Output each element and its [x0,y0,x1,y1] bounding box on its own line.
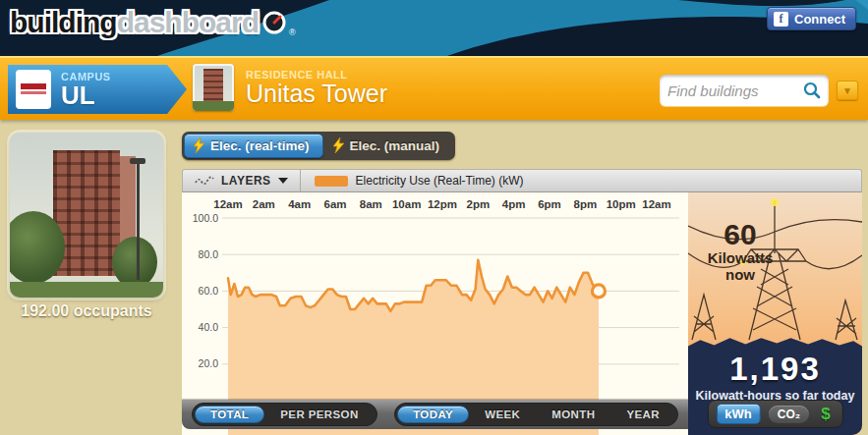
search-input[interactable] [667,82,803,99]
tab-elec-manual[interactable]: Elec. (manual) [323,134,454,158]
svg-text:2am: 2am [253,198,275,210]
connect-label: Connect [794,12,845,27]
svg-text:12am: 12am [642,198,670,210]
chart-legend: Electricity Use (Real-Time) (kW) [315,174,524,188]
facebook-icon: f [774,12,788,27]
building-photo [10,133,163,298]
search-dropdown-button[interactable]: ▼ [837,81,858,100]
period-segmented-control: TODAY WEEK MONTH YEAR [394,403,678,426]
svg-text:6pm: 6pm [538,198,561,210]
building-nav-bar: CAMPUS UL RESIDENCE HALL Unitas Tower ▼ [0,56,868,120]
week-button[interactable]: WEEK [469,406,536,423]
current-usage-panel: 60 Kilowatts now 1,193 Kilowatt-hours so… [688,192,862,435]
svg-text:4pm: 4pm [502,198,526,210]
layers-legend-bar: LAYERS Electricity Use (Real-Time) (kW) [182,169,862,192]
svg-text:6am: 6am [323,198,346,210]
layers-dropdown-button[interactable]: LAYERS [183,170,301,191]
meter-tabs: Elec. (real-time) Elec. (manual) [182,132,455,160]
year-button[interactable]: YEAR [610,406,675,423]
chevron-down-icon [278,178,288,184]
kilowatts-now-word: now [698,266,782,283]
dollars-unit-button[interactable]: $ [817,405,834,424]
kwh-unit-button[interactable]: kWh [716,404,760,424]
today-button[interactable]: TODAY [397,406,469,423]
electricity-usage-chart[interactable]: 100.080.060.040.020.012am2am4am6am8am10a… [182,192,688,435]
campus-name: UL [61,82,111,108]
kwh-today-value: 1,193 [688,351,862,388]
svg-text:12am: 12am [213,198,242,210]
building-name: Unitas Tower [246,81,387,106]
svg-text:10am: 10am [392,198,421,210]
lightning-bolt-icon [333,137,344,153]
campus-breadcrumb[interactable]: CAMPUS UL [8,65,187,114]
chart-area: 100.080.060.040.020.012am2am4am6am8am10a… [182,192,688,435]
month-button[interactable]: MONTH [536,406,610,423]
tab-label: Elec. (real-time) [210,138,310,153]
svg-text:8am: 8am [360,198,382,210]
svg-text:12pm: 12pm [428,198,457,210]
per-person-button[interactable]: PER PERSON [264,406,374,423]
layers-squiggle-icon [195,175,214,187]
search-icon[interactable] [803,82,821,99]
scope-segmented-control: TOTAL PER PERSON [192,403,377,426]
svg-text:4am: 4am [288,198,311,210]
svg-text:80.0: 80.0 [199,248,219,260]
registered-mark: ® [289,27,296,37]
chevron-down-icon: ▼ [842,85,852,96]
legend-label: Electricity Use (Real-Time) (kW) [356,174,524,188]
top-header: buildingdashboard ® f Connect [0,0,868,56]
layers-label: LAYERS [221,174,271,188]
building-dashboard-logo[interactable]: buildingdashboard ® [10,8,296,37]
campus-logo-thumbnail [16,70,51,109]
lightning-bolt-icon [194,137,204,153]
legend-swatch [315,176,348,187]
svg-text:10pm: 10pm [607,198,636,210]
svg-text:2pm: 2pm [467,198,491,210]
kilowatts-now-value: 60 [698,220,782,249]
building-dashboard-page: buildingdashboard ® f Connect CAMPUS UL … [0,0,868,435]
occupants-count: 192.00 occupants [0,302,173,320]
find-buildings-search [660,75,829,106]
logo-text-dashboard: dashboard [117,8,259,37]
svg-text:60.0: 60.0 [199,285,219,297]
svg-text:20.0: 20.0 [199,357,219,369]
facebook-connect-button[interactable]: f Connect [767,7,856,30]
svg-text:8pm: 8pm [574,198,598,210]
building-photo-thumbnail [193,64,234,111]
tab-elec-realtime[interactable]: Elec. (real-time) [184,134,323,158]
current-kilowatts-stat: 60 Kilowatts now [698,220,782,284]
total-button[interactable]: TOTAL [195,406,264,423]
building-breadcrumb[interactable]: RESIDENCE HALL Unitas Tower [193,64,387,111]
kilowatts-now-unit: Kilowatts [698,249,782,266]
gauge-icon [261,10,287,35]
svg-text:40.0: 40.0 [199,321,219,333]
chart-toolbar: TOTAL PER PERSON TODAY WEEK MONTH YEAR [182,400,688,429]
logo-text-building: building [10,8,117,37]
tab-label: Elec. (manual) [350,138,440,153]
co2-unit-button[interactable]: CO₂ [769,406,809,423]
svg-text:100.0: 100.0 [193,212,218,224]
unit-toggle-bar: kWh CO₂ $ [707,400,842,428]
